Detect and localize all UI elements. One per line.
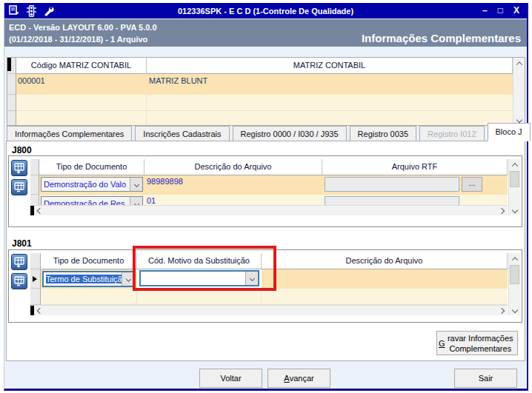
empty-cell — [147, 111, 513, 125]
scroll-thumb[interactable] — [510, 171, 519, 187]
matriz-row-empty[interactable] — [7, 111, 513, 125]
j801-col-descricao: Descrição do Arquivo — [262, 253, 508, 269]
matriz-col-codigo: Código MATRIZ CONTABIL — [16, 58, 147, 74]
matriz-col-nome: MATRIZ CONTABIL — [147, 58, 513, 74]
scroll-down-icon[interactable] — [509, 304, 521, 315]
j800-col-tipo: Tipo de Documento — [39, 159, 144, 175]
maximize-icon[interactable]: □ — [498, 3, 503, 19]
j800-groupbox: Tipo de Documento Descrição do Arquivo A… — [8, 155, 522, 227]
empty-cell — [16, 95, 147, 111]
empty-cell — [41, 289, 137, 305]
scroll-left-icon[interactable] — [34, 206, 46, 216]
scroll-right-icon[interactable] — [496, 206, 508, 216]
bloco-j-panel: J800 Tipo de Documento Descrição do Arqu… — [6, 141, 525, 361]
app-window: 012336SPK - E C D (1-Controle De Qualida… — [4, 3, 528, 391]
empty-cell — [137, 289, 262, 305]
row-selector — [7, 111, 16, 125]
j800-label: J800 — [12, 145, 32, 155]
screen: 012336SPK - E C D (1-Controle De Qualida… — [0, 0, 532, 393]
j800-arquivo-rtf-input[interactable] — [325, 177, 459, 192]
scroll-thumb[interactable] — [510, 265, 519, 284]
tab-bloco-j[interactable]: Bloco J — [488, 123, 531, 141]
page-title: Informações Complementares — [362, 33, 521, 44]
row-selector — [30, 269, 41, 289]
title-bar: 012336SPK - E C D (1-Controle De Qualida… — [4, 3, 527, 19]
minimize-icon[interactable]: – — [482, 3, 488, 19]
combo-value: Demonstração do Valo — [41, 178, 130, 191]
tab-inscricoes-cadastrais[interactable]: Inscrições Cadastrais — [135, 126, 229, 141]
matriz-codigo-cell[interactable]: 000001 — [16, 74, 147, 95]
row-selector — [30, 289, 41, 305]
j801-col-tipo: Tipo de Documento — [41, 253, 137, 269]
matriz-table: Código MATRIZ CONTABIL MATRIZ CONTABIL 0… — [7, 57, 525, 126]
j800-col-arquivo-rtf: Arquivo RTF — [322, 159, 508, 175]
j800-arquivo-rtf-input[interactable] — [325, 196, 459, 205]
matriz-nome-cell[interactable]: MATRIZ BLUNT — [147, 74, 513, 95]
tab-bar: Informações Complementares Inscrições Ca… — [7, 126, 522, 141]
window-title: 012336SPK - E C D (1-Controle De Qualida… — [4, 7, 527, 16]
current-row-icon — [33, 276, 37, 282]
close-icon[interactable]: X — [513, 3, 519, 19]
browse-button[interactable]: ... — [462, 177, 482, 192]
j800-vscrollbar[interactable] — [508, 159, 520, 215]
tab-registro-0000-i030-j935[interactable]: Registro 0000 / I030 / J935 — [233, 126, 347, 141]
voltar-button[interactable]: Voltar — [199, 369, 262, 388]
j801-vscrollbar[interactable] — [508, 253, 520, 315]
empty-cell — [262, 289, 508, 305]
corner-cell — [30, 253, 41, 269]
matriz-vscrollbar[interactable] — [513, 58, 525, 125]
j800-tipo-combo[interactable]: Demonstração do Valo — [41, 177, 143, 192]
scroll-up-icon[interactable] — [509, 253, 521, 264]
add-row-button[interactable] — [11, 160, 27, 176]
j800-col-descricao: Descrição do Arquivo — [144, 159, 322, 175]
j800-row-1[interactable]: Demonstração do Valo 98989898 ... — [30, 175, 508, 195]
remove-row-button[interactable] — [11, 179, 27, 195]
j800-hscrollbar[interactable] — [30, 205, 508, 215]
combo-value: Termo de Substituição — [44, 272, 122, 286]
matriz-row-selected[interactable]: 000001 MATRIZ BLUNT — [7, 74, 513, 95]
j800-descricao-cell[interactable]: 98989898 — [144, 175, 322, 195]
row-selector — [30, 175, 39, 195]
j801-label: J801 — [12, 238, 32, 249]
gravar-informacoes-button[interactable]: Gravar Informações Complementares — [436, 331, 518, 355]
scroll-left-icon[interactable] — [34, 306, 46, 316]
highlight-annotation — [133, 246, 276, 291]
matriz-row-empty[interactable] — [7, 95, 513, 111]
j801-descricao-cell[interactable] — [262, 269, 508, 289]
j800-grid: Tipo de Documento Descrição do Arquivo A… — [30, 159, 508, 215]
empty-cell — [147, 95, 513, 111]
j801-tipo-combo[interactable]: Termo de Substituição — [42, 271, 136, 287]
empty-cell — [16, 111, 147, 125]
scroll-down-icon[interactable] — [509, 204, 521, 215]
chevron-down-icon[interactable] — [130, 178, 142, 191]
avancar-button[interactable]: Avançar — [267, 369, 330, 388]
j801-hscrollbar[interactable] — [30, 305, 508, 315]
j800-descricao-cell[interactable]: 01 — [144, 195, 322, 205]
report-icon[interactable] — [9, 5, 20, 16]
traffic-light-icon[interactable] — [27, 5, 36, 17]
chevron-down-icon[interactable] — [130, 197, 142, 205]
splitter-handle[interactable] — [7, 58, 11, 71]
scroll-up-icon[interactable] — [509, 159, 521, 170]
row-selector — [7, 95, 16, 111]
header-band: ECD - Versão LAYOUT 6.00 - PVA 5.0.0 (01… — [4, 19, 527, 47]
row-selector — [30, 195, 39, 205]
corner-cell — [30, 159, 39, 175]
j800-tipo-combo[interactable]: Demonstração de Res — [41, 196, 143, 205]
add-row-button[interactable] — [11, 254, 27, 270]
tab-registro-0035[interactable]: Registro 0035 — [350, 126, 417, 141]
remove-row-button[interactable] — [11, 273, 27, 289]
scroll-right-icon[interactable] — [496, 306, 508, 316]
scroll-up-icon[interactable] — [513, 58, 525, 69]
tab-registro-i012: Registro I012 — [419, 126, 484, 141]
combo-value: Demonstração de Res — [41, 197, 130, 205]
row-selector — [7, 74, 16, 95]
tab-informacoes-complementares[interactable]: Informações Complementares — [7, 126, 132, 141]
sair-button[interactable]: Sair — [454, 369, 517, 388]
j800-row-2[interactable]: Demonstração de Res 01 — [30, 195, 508, 205]
wrench-icon[interactable] — [43, 5, 54, 16]
corner-cell — [7, 58, 16, 74]
